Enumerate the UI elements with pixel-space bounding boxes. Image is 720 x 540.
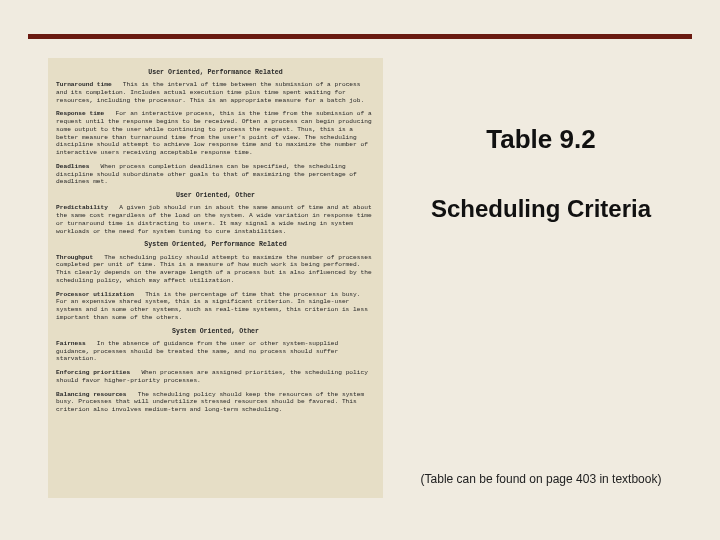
criteria-term: Turnaround time — [56, 81, 112, 88]
title-sub: Scheduling Criteria — [402, 195, 680, 223]
group-heading: User Oriented, Other — [56, 192, 375, 200]
footnote: (Table can be found on page 403 in textb… — [402, 472, 680, 486]
criteria-term: Balancing resources — [56, 391, 127, 398]
criteria-panel: User Oriented, Performance RelatedTurnar… — [48, 58, 383, 498]
criteria-entry: Response time For an interactive process… — [56, 110, 375, 157]
criteria-desc: When process completion deadlines can be… — [56, 163, 357, 186]
criteria-term: Predictability — [56, 204, 108, 211]
top-rule — [28, 34, 692, 39]
group-heading: System Oriented, Performance Related — [56, 241, 375, 249]
criteria-term: Throughput — [56, 254, 93, 261]
criteria-term: Deadlines — [56, 163, 89, 170]
criteria-term: Enforcing priorities — [56, 369, 130, 376]
criteria-entry: Throughput The scheduling policy should … — [56, 254, 375, 285]
group-heading: User Oriented, Performance Related — [56, 69, 375, 77]
criteria-entry: Fairness In the absence of guidance from… — [56, 340, 375, 363]
criteria-entry: Predictability A given job should run in… — [56, 204, 375, 235]
criteria-term: Fairness — [56, 340, 86, 347]
criteria-entry: Balancing resources The scheduling polic… — [56, 391, 375, 414]
slide: User Oriented, Performance RelatedTurnar… — [0, 0, 720, 540]
criteria-entry: Enforcing priorities When processes are … — [56, 369, 375, 385]
group-heading: System Oriented, Other — [56, 328, 375, 336]
criteria-entry: Deadlines When process completion deadli… — [56, 163, 375, 186]
criteria-desc: For an interactive process, this is the … — [56, 110, 372, 156]
criteria-term: Response time — [56, 110, 104, 117]
criteria-entry: Turnaround time This is the interval of … — [56, 81, 375, 104]
criteria-term: Processor utilization — [56, 291, 134, 298]
criteria-desc: In the absence of guidance from the user… — [56, 340, 338, 363]
criteria-desc: The scheduling policy should attempt to … — [56, 254, 372, 284]
criteria-entry: Processor utilization This is the percen… — [56, 291, 375, 322]
title-main: Table 9.2 — [402, 124, 680, 155]
